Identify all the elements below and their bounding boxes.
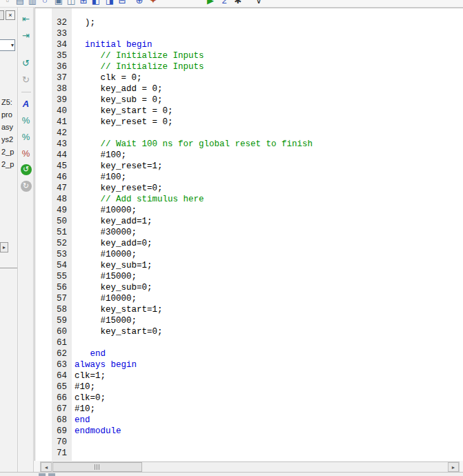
line-text: #100; (72, 150, 126, 161)
toolbar-stub-icon[interactable]: ▫ (1, 0, 14, 8)
code-line[interactable]: 44 #100; (35, 150, 463, 161)
code-line[interactable]: 66 clk=0; (35, 393, 463, 404)
zoom-in-icon[interactable]: ⊕ (133, 0, 146, 8)
cascade-icon[interactable]: ⊟ (116, 0, 128, 8)
code-line[interactable]: 47 key_reset=0; (35, 183, 463, 194)
code-line[interactable]: 46 #100; (35, 172, 463, 183)
page-setup-icon[interactable]: ▥ (26, 0, 39, 8)
code-line[interactable]: 60 key_start=0; (35, 326, 463, 337)
run-2-icon[interactable]: 2 (218, 0, 230, 8)
new-window-icon[interactable]: ⊞ (77, 0, 90, 8)
code-line[interactable]: 45 key_reset=1; (35, 161, 463, 172)
line-text: clk = 0; (72, 72, 142, 83)
find-icon[interactable]: % (20, 115, 32, 127)
line-text: // Initialize Inputs (72, 50, 204, 61)
line-number: 45 (35, 161, 72, 172)
code-line[interactable]: 58 key_start=1; (35, 304, 463, 315)
code-line[interactable]: 67 #10; (35, 404, 463, 415)
panel-dropdown[interactable]: ▾ (0, 39, 15, 51)
code-line[interactable]: 38 key_add = 0; (35, 83, 463, 95)
bottom-dock-edge (0, 472, 463, 476)
dropdown-check-icon[interactable]: ∨ (253, 0, 265, 8)
scrollbar-track[interactable] (52, 462, 448, 472)
line-number: 67 (35, 404, 72, 415)
code-line[interactable]: 41 key_reset = 0; (35, 117, 463, 128)
horizontal-scrollbar[interactable]: ◄ ► (40, 462, 460, 473)
letter-a-icon[interactable]: A (20, 98, 32, 110)
code-line[interactable]: 32 ); (35, 17, 463, 28)
scrollbar-thumb[interactable] (52, 462, 142, 472)
line-text: initial begin (72, 39, 152, 50)
code-line[interactable]: 43 // Wait 100 ns for global reset to fi… (35, 139, 463, 150)
line-text: // Add stimulus here (72, 194, 204, 205)
code-editor[interactable]: 32 ); 33 34 initial begin 35 // Initiali… (35, 8, 463, 461)
close-panel-button[interactable]: × (6, 10, 15, 20)
nav-forward-icon[interactable]: ↻ (21, 181, 32, 192)
code-line[interactable]: 59 #15000; (35, 315, 463, 326)
dock-right-icon[interactable]: ⇥ (20, 30, 32, 42)
line-number: 51 (35, 227, 72, 238)
line-text: key_sub=0; (72, 282, 152, 293)
print-icon[interactable]: ▤ (14, 0, 26, 8)
code-line[interactable]: 51 #30000; (35, 227, 463, 238)
undo-icon[interactable]: ↺ (20, 57, 32, 70)
redo-icon[interactable]: ↻ (20, 74, 32, 86)
code-line[interactable]: 52 key_add=0; (35, 238, 463, 249)
code-line[interactable]: 42 (35, 128, 463, 139)
code-line[interactable]: 36 // Initialize Inputs (35, 61, 463, 72)
code-line[interactable]: 39 key_sub = 0; (35, 95, 463, 106)
split-right-icon[interactable]: ◨ (104, 0, 116, 8)
replace-icon[interactable]: % (20, 148, 32, 160)
code-line[interactable]: 33 (35, 28, 463, 39)
split-left-icon[interactable]: ◧ (90, 0, 102, 8)
code-line[interactable]: 56 key_sub=0; (35, 282, 463, 293)
hierarchy-item[interactable]: 2_p (1, 158, 18, 170)
hierarchy-item[interactable]: ys2 (1, 133, 18, 146)
hierarchy-item[interactable]: asy (1, 121, 18, 133)
code-line[interactable]: 35 // Initialize Inputs (35, 50, 463, 61)
run-icon[interactable]: ▶ (204, 0, 217, 8)
line-text: key_reset = 0; (72, 117, 173, 128)
code-line[interactable]: 37 clk = 0; (35, 72, 463, 83)
zoom-icon[interactable]: ○ (39, 0, 51, 8)
scroll-left-button[interactable]: ◄ (41, 462, 52, 472)
line-number: 33 (35, 28, 72, 39)
code-line[interactable]: 48 // Add stimulus here (35, 194, 463, 205)
hierarchy-item[interactable]: 2_p (1, 146, 18, 158)
code-line[interactable]: 71 (35, 448, 463, 459)
line-text: key_start=0; (72, 326, 163, 337)
panel-divider (0, 268, 17, 268)
hierarchy-item[interactable]: Z5: (1, 96, 18, 108)
cut-icon[interactable]: ▣ (52, 0, 65, 8)
find-next-icon[interactable]: % (20, 131, 32, 143)
code-line[interactable]: 57 #10000; (35, 293, 463, 304)
dock-left-icon[interactable]: ⇤ (20, 13, 32, 26)
hierarchy-item[interactable]: pro (1, 108, 18, 121)
line-text: #10000; (72, 249, 137, 260)
code-line[interactable]: 64 clk=1; (35, 370, 463, 381)
scroll-right-button[interactable]: ► (448, 462, 459, 472)
code-line[interactable]: 68 end (35, 415, 463, 426)
line-text: key_add=1; (72, 216, 152, 227)
code-line[interactable]: 34 initial begin (35, 39, 463, 50)
code-line[interactable]: 61 (35, 337, 463, 348)
code-line[interactable]: 69 endmodule (35, 426, 463, 437)
stop-icon[interactable]: ✱ (232, 0, 244, 8)
top-toolbar: ▫ ▤ ▥ ○ ▣ ◫ ⊞ ◧ ◨ ⊟ ⊕ ✦ ▶ 2 ✱ ∨ (0, 0, 463, 8)
line-text: key_start = 0; (72, 106, 173, 117)
code-line[interactable]: 53 #10000; (35, 249, 463, 260)
code-line[interactable]: 55 #15000; (35, 271, 463, 282)
line-text (72, 437, 75, 448)
code-line[interactable]: 50 key_add=1; (35, 216, 463, 227)
wand-icon[interactable]: ✦ (147, 0, 159, 8)
code-line[interactable]: 40 key_start = 0; (35, 106, 463, 117)
expand-arrow-button[interactable]: ▸ (0, 242, 8, 252)
code-line[interactable]: 54 key_sub=1; (35, 260, 463, 271)
code-line[interactable]: 62 end (35, 348, 463, 359)
copy-icon[interactable]: ◫ (65, 0, 77, 8)
code-line[interactable]: 70 (35, 437, 463, 448)
nav-back-icon[interactable]: ↺ (21, 164, 32, 175)
code-line[interactable]: 63 always begin (35, 359, 463, 370)
code-line[interactable]: 49 #10000; (35, 205, 463, 216)
code-line[interactable]: 65 #10; (35, 381, 463, 393)
